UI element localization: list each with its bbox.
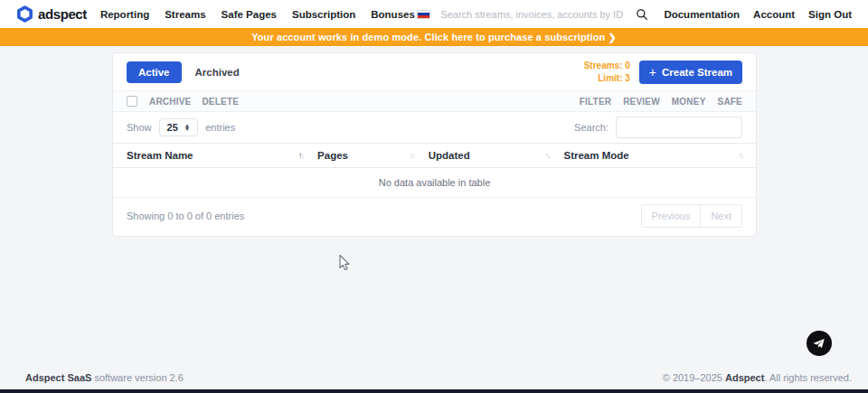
pagination: Previous Next <box>641 204 742 228</box>
select-stepper-icon: ▲ ▼ <box>184 124 190 130</box>
table-search-wrap: Search: <box>574 117 742 138</box>
main-menu: Reporting Streams Safe Pages Subscriptio… <box>100 9 415 20</box>
column-header-pages[interactable]: Pages ↑↓ <box>317 150 429 161</box>
telegram-button[interactable] <box>807 331 832 356</box>
footer-version-text: Adspect SaaS software version 2.6 <box>25 372 184 383</box>
filter-group: FILTER REVIEW MONEY SAFE <box>580 97 742 107</box>
create-stream-label: Create Stream <box>662 67 732 78</box>
plus-icon: + <box>649 66 656 79</box>
streams-count: Streams: 0 <box>584 60 630 72</box>
streams-limit: Limit: 3 <box>584 72 630 85</box>
next-page-button[interactable]: Next <box>701 204 742 228</box>
filter-action[interactable]: FILTER <box>580 97 611 107</box>
page-footer: Adspect SaaS software version 2.6 © 2019… <box>25 372 852 383</box>
search-icon[interactable] <box>636 8 648 21</box>
table-header-row: Stream Name ↑↓ Pages ↑↓ Updated ↑↓ Strea… <box>113 143 756 168</box>
previous-page-button[interactable]: Previous <box>641 204 702 228</box>
nav-item-subscription[interactable]: Subscription <box>292 9 355 20</box>
brand-name: adspect <box>38 6 87 22</box>
sort-icon: ↑↓ <box>410 151 414 160</box>
review-action[interactable]: REVIEW <box>623 97 660 107</box>
footer-copyright-text: © 2019–2025 Adspect. All rights reserved… <box>663 372 852 383</box>
table-controls-row: Show 25 ▲ ▼ entries Search: <box>113 112 756 143</box>
column-header-stream-name[interactable]: Stream Name ↑↓ <box>127 150 317 161</box>
sort-icon-asc-active: ↑↓ <box>298 151 303 160</box>
column-header-updated[interactable]: Updated ↑↓ <box>429 150 564 161</box>
nav-link-account[interactable]: Account <box>753 9 795 20</box>
card-footer: Showing 0 to 0 of 0 entries Previous Nex… <box>113 198 756 236</box>
table-info-text: Showing 0 to 0 of 0 entries <box>127 211 244 221</box>
nav-item-reporting[interactable]: Reporting <box>100 9 149 20</box>
table-search-input[interactable] <box>616 117 742 138</box>
entries-label: entries <box>205 122 235 133</box>
nav-item-streams[interactable]: Streams <box>165 9 205 20</box>
create-stream-button[interactable]: + Create Stream <box>639 61 742 84</box>
archive-action[interactable]: ARCHIVE <box>149 97 191 107</box>
table-search-label: Search: <box>574 122 609 133</box>
bottom-edge-strip <box>0 389 868 393</box>
money-action[interactable]: MONEY <box>672 97 706 107</box>
nav-link-sign-out[interactable]: Sign Out <box>808 9 852 20</box>
tab-archived-button[interactable]: Archived <box>195 67 240 78</box>
column-header-stream-mode[interactable]: Stream Mode ↑↓ <box>564 150 742 161</box>
bulk-action-bar: ARCHIVE DELETE FILTER REVIEW MONEY SAFE <box>113 90 756 112</box>
show-label: Show <box>127 122 152 133</box>
nav-link-documentation[interactable]: Documentation <box>664 9 740 20</box>
brand-logo-link[interactable]: adspect <box>16 5 87 23</box>
table-empty-message: No data available in table <box>113 168 756 198</box>
entries-per-page-value: 25 <box>167 122 178 133</box>
delete-action[interactable]: DELETE <box>202 97 239 107</box>
nav-item-bonuses[interactable]: Bonuses <box>371 9 415 20</box>
entries-per-page-select[interactable]: 25 ▲ ▼ <box>159 118 199 136</box>
demo-mode-banner[interactable]: Your account works in demo mode. Click h… <box>0 28 868 46</box>
streams-card: Active Archived Streams: 0 Limit: 3 + Cr… <box>112 52 757 237</box>
navbar-links: Documentation Account Sign Out <box>664 9 852 20</box>
mouse-cursor-icon <box>338 254 350 272</box>
russian-flag-icon[interactable] <box>417 10 430 19</box>
nav-item-safe-pages[interactable]: Safe Pages <box>222 9 277 20</box>
telegram-plane-icon <box>812 337 826 351</box>
global-search-input[interactable] <box>440 9 626 20</box>
adspect-hexagon-logo-icon <box>16 5 33 23</box>
select-all-checkbox[interactable] <box>127 96 137 107</box>
card-header: Active Archived Streams: 0 Limit: 3 + Cr… <box>113 53 756 90</box>
tab-active-button[interactable]: Active <box>127 61 182 83</box>
navbar-right-group: Documentation Account Sign Out <box>417 8 852 21</box>
sort-icon: ↑↓ <box>545 151 550 160</box>
safe-action[interactable]: SAFE <box>718 97 742 107</box>
top-navbar: adspect Reporting Streams Safe Pages Sub… <box>0 0 868 28</box>
usage-counters: Streams: 0 Limit: 3 <box>584 60 630 84</box>
sort-icon: ↑↓ <box>738 151 742 160</box>
